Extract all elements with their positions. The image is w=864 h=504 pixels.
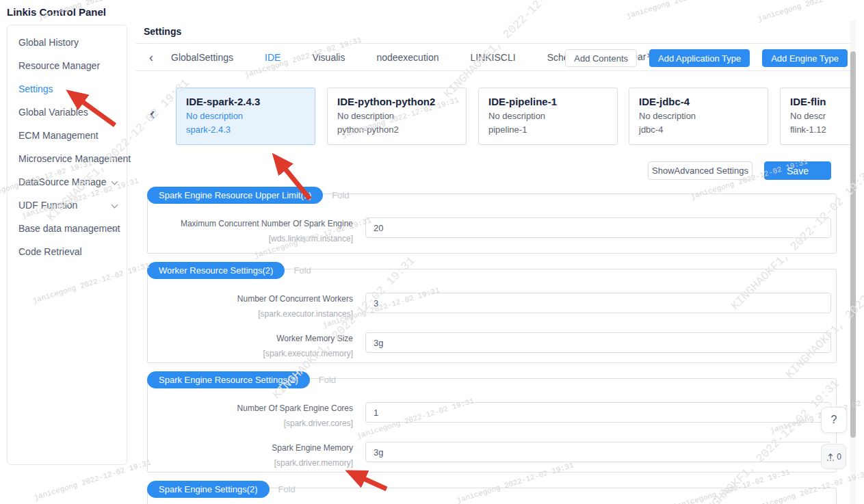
- sidebar-item-code-retrieval[interactable]: Code Retrieval: [8, 240, 127, 263]
- scrollbar-track: [850, 21, 856, 504]
- card-version: python-python2: [337, 124, 456, 135]
- field-key: [spark.driver.cores]: [148, 419, 353, 428]
- sidebar-item-label: Resource Manager: [18, 60, 100, 71]
- app-title: Linkis Control Panel: [7, 6, 106, 18]
- linkis-control-panel-screen: janicegong 2022-12-02 19:31 janicegong 2…: [0, 0, 864, 504]
- field-row: Spark Engine Memory [spark.driver.memory…: [148, 442, 836, 468]
- sidebar-item-label: UDF Function: [18, 200, 77, 211]
- fold-toggle[interactable]: Fold: [293, 265, 311, 276]
- fold-toggle[interactable]: Fold: [278, 484, 296, 494]
- field-row: Worker Memory Size [spark.executor.memor…: [148, 332, 836, 358]
- add-engine-type-button[interactable]: Add Engine Type: [762, 49, 848, 67]
- spark-driver-cores-input[interactable]: [365, 402, 831, 423]
- engine-card-ide-python[interactable]: IDE-python-python2 No description python…: [327, 88, 467, 145]
- field-label-text: Spark Engine Memory: [148, 443, 353, 453]
- help-button[interactable]: ?: [821, 407, 847, 433]
- tab-nodeexecution[interactable]: nodeexecution: [376, 52, 438, 63]
- fold-toggle[interactable]: Fold: [319, 375, 336, 385]
- spark-executor-instances-input[interactable]: [365, 293, 831, 313]
- sidebar-item-base-data-management[interactable]: Base data management: [8, 217, 127, 240]
- chevron-down-icon: [112, 178, 118, 185]
- add-contents-button[interactable]: Add Contents: [565, 49, 637, 67]
- sidebar-item-label: DataSource Manage: [18, 176, 106, 187]
- section-title-pill: Spark Engine Resource Upper Limit(1): [147, 187, 323, 204]
- tab-linkiscli[interactable]: LINKISCLI: [470, 52, 515, 63]
- field-key: [spark.executor.memory]: [148, 349, 353, 358]
- card-description: No description: [337, 111, 456, 121]
- sidebar-item-global-variables[interactable]: Global Variables: [8, 101, 127, 124]
- field-row: Number Of Concurrent Workers [spark.exec…: [148, 293, 836, 319]
- wds-linkis-rm-instance-input[interactable]: [365, 217, 831, 238]
- toolbar: Add Contents Add Application Type Add En…: [565, 49, 848, 67]
- card-version: flink-1.12: [790, 124, 850, 135]
- card-version: spark-2.4.3: [186, 124, 305, 135]
- section-spark-engine-settings: Spark Engine Settings(2) Fold: [147, 488, 837, 504]
- engine-card-ide-pipeline[interactable]: IDE-pipeline-1 No description pipeline-1: [478, 88, 618, 145]
- field-row: Maximum Concurrent Number Of Spark Engin…: [148, 217, 836, 243]
- section-title-pill: Spark Engine Resource Settings(2): [147, 371, 310, 388]
- save-button[interactable]: Save: [764, 161, 831, 180]
- field-key: [wds.linkis.rm.instance]: [148, 234, 353, 243]
- sidebar-item-global-history[interactable]: Global History: [8, 31, 127, 54]
- watermark: janicegong 2022-12-02 19:31: [757, 0, 864, 23]
- sidebar: Global History Resource Manager Settings…: [7, 25, 127, 465]
- watermark: janicegong 2022-12-02 19:31: [625, 0, 744, 21]
- upload-icon: [826, 452, 835, 462]
- spark-driver-memory-input[interactable]: [365, 442, 831, 462]
- tab-visualis[interactable]: Visualis: [312, 52, 345, 63]
- card-title: IDE-spark-2.4.3: [186, 96, 305, 107]
- section-worker-resource-settings: Worker Resource Settings(2) Fold Number …: [147, 269, 837, 363]
- fold-toggle[interactable]: Fold: [332, 190, 349, 200]
- counter-value: 0: [837, 452, 841, 462]
- field-label: Spark Engine Memory [spark.driver.memory…: [148, 442, 353, 468]
- card-title: IDE-jdbc-4: [639, 96, 758, 107]
- card-description: No description: [186, 111, 305, 121]
- card-version: pipeline-1: [488, 124, 607, 135]
- field-label-text: Worker Memory Size: [148, 334, 353, 343]
- sidebar-item-label: Settings: [18, 83, 53, 94]
- section-title-pill: Worker Resource Settings(2): [147, 262, 285, 279]
- field-label: Number Of Spark Engine Cores [spark.driv…: [148, 402, 353, 428]
- spark-executor-memory-input[interactable]: [365, 332, 831, 353]
- field-label-text: Number Of Concurrent Workers: [148, 294, 353, 304]
- sidebar-item-udf-function[interactable]: UDF Function: [8, 194, 127, 217]
- scrollbar-thumb[interactable]: [850, 51, 856, 438]
- engine-card-carousel: ‹ › IDE-spark-2.4.3 No description spark…: [135, 85, 850, 147]
- engine-card-ide-jdbc[interactable]: IDE-jdbc-4 No description jdbc-4: [629, 88, 768, 145]
- card-description: No descr: [790, 111, 850, 121]
- card-description: No description: [639, 111, 758, 121]
- card-description: No description: [488, 111, 607, 121]
- tab-globalsettings[interactable]: GlobalSettings: [171, 52, 233, 63]
- sidebar-item-label: Global History: [18, 37, 79, 48]
- card-version: jdbc-4: [639, 124, 758, 135]
- add-application-type-button[interactable]: Add Application Type: [649, 49, 750, 67]
- engine-card-ide-spark[interactable]: IDE-spark-2.4.3 No description spark-2.4…: [176, 88, 315, 145]
- sidebar-item-resource-manager[interactable]: Resource Manager: [8, 54, 127, 77]
- sidebar-item-label: Base data management: [18, 223, 120, 234]
- sidebar-item-label: ECM Management: [18, 130, 99, 141]
- field-label: Number Of Concurrent Workers [spark.exec…: [148, 293, 353, 319]
- sidebar-item-datasource-manage[interactable]: DataSource Manage: [8, 170, 127, 194]
- card-title: IDE-flin: [790, 96, 850, 107]
- page-title: Settings: [144, 26, 181, 37]
- show-advanced-settings-button[interactable]: ShowAdvanced Settings: [648, 161, 752, 180]
- page-title-row: Settings: [135, 21, 850, 44]
- card-title: IDE-python-python2: [337, 96, 456, 107]
- engine-card-ide-flink[interactable]: IDE-flin No descr flink-1.12: [780, 88, 850, 145]
- sidebar-item-microservice-management[interactable]: Microservice Management: [8, 147, 127, 170]
- sidebar-item-label: Microservice Management: [18, 153, 131, 164]
- section-spark-engine-resource-settings: Spark Engine Resource Settings(2) Fold N…: [147, 378, 837, 473]
- main-panel: Settings ‹ GlobalSettings IDE Visualis n…: [135, 21, 850, 504]
- sidebar-item-settings[interactable]: Settings: [8, 77, 127, 101]
- carousel-prev-chevron-icon[interactable]: ‹: [149, 105, 155, 122]
- field-label-text: Maximum Concurrent Number Of Spark Engin…: [148, 219, 353, 228]
- sidebar-item-ecm-management[interactable]: ECM Management: [8, 124, 127, 147]
- chevron-down-icon: [112, 202, 118, 209]
- upload-counter-button[interactable]: 0: [821, 444, 846, 469]
- tab-ide[interactable]: IDE: [265, 52, 280, 63]
- field-label: Maximum Concurrent Number Of Spark Engin…: [148, 217, 353, 243]
- tabs-prev-chevron-icon[interactable]: ‹: [149, 51, 153, 64]
- question-mark-icon: ?: [831, 414, 837, 426]
- section-title-pill: Spark Engine Settings(2): [147, 481, 270, 498]
- settings-sections: Spark Engine Resource Upper Limit(1) Fol…: [147, 194, 837, 504]
